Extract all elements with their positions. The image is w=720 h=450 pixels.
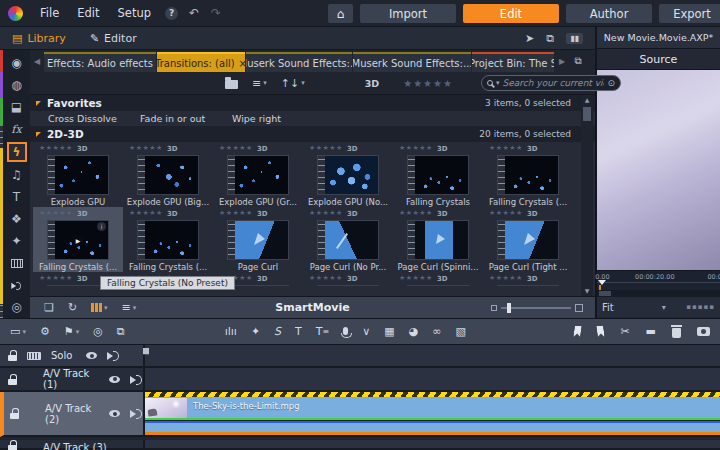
razor-split-icon[interactable]: ✂ bbox=[620, 325, 629, 338]
rating-stars[interactable]: ★★★★★ bbox=[129, 209, 163, 218]
tab-library[interactable]: ▤ Library bbox=[0, 27, 78, 49]
track-content-1[interactable] bbox=[145, 368, 720, 392]
thumbnail-zoom-slider[interactable] bbox=[491, 304, 583, 312]
thumbnail-view-icon[interactable]: ▾ bbox=[91, 303, 108, 312]
scroll-up-icon[interactable]: ▲ bbox=[581, 95, 593, 105]
rating-stars[interactable]: ★★★★★ bbox=[399, 209, 433, 218]
section-favorites[interactable]: Favorites 3 items, 0 selected bbox=[30, 95, 595, 111]
home-button[interactable]: ⌂ bbox=[328, 4, 353, 23]
tab-project-bin[interactable]: Project Bin: The S bbox=[472, 52, 554, 72]
chevron-down-icon[interactable]: ▾ bbox=[662, 303, 666, 312]
keyframe-icon[interactable]: ∨ bbox=[362, 325, 370, 338]
transition-item[interactable]: ★★★★★3D Page Curl bbox=[213, 207, 303, 272]
tab-editor[interactable]: ✎ Editor bbox=[78, 27, 149, 49]
popout-icon[interactable]: ⧉ bbox=[117, 325, 125, 338]
favorite-item[interactable]: Cross Dissolve bbox=[30, 113, 122, 124]
slider-knob[interactable] bbox=[507, 303, 511, 313]
track-header-1[interactable]: A/V Track (1) bbox=[0, 368, 145, 392]
tabs-scroll-left-icon[interactable]: ◀ bbox=[30, 50, 44, 72]
3d-filter-button[interactable]: 3D bbox=[365, 78, 380, 89]
rating-stars[interactable]: ★★★★★ bbox=[219, 209, 253, 218]
track-content-solo[interactable] bbox=[145, 345, 720, 368]
eye-visibility-icon[interactable] bbox=[109, 376, 120, 383]
list-view-icon[interactable]: ≡▾ bbox=[122, 301, 137, 314]
search-input[interactable] bbox=[503, 78, 605, 88]
transition-item[interactable]: ★★★★★3D bbox=[393, 272, 483, 286]
projects-icon[interactable]: ⬓ bbox=[7, 98, 27, 116]
transitions-icon[interactable]: ϟ bbox=[7, 142, 27, 162]
scrub-icon[interactable]: S bbox=[274, 325, 281, 338]
sound-effects-icon[interactable] bbox=[7, 276, 27, 294]
tab-effects-audio[interactable]: Effects: Audio effects bbox=[44, 52, 156, 72]
music-icon[interactable]: ♫ bbox=[7, 166, 27, 184]
preview-scrollbar[interactable] bbox=[597, 290, 720, 297]
rating-stars[interactable]: ★★★★★ bbox=[489, 209, 523, 218]
tab-close-icon[interactable] bbox=[235, 58, 245, 69]
search-clear-icon[interactable]: ⊙ bbox=[607, 78, 615, 88]
tab-muserk-1[interactable]: Muserk Sound Effects:... bbox=[246, 52, 352, 72]
tabs-scroll-right-icon[interactable]: ▶ bbox=[555, 50, 569, 72]
new-tab-icon[interactable]: ⧉ bbox=[569, 50, 587, 72]
mark-out-flag-icon[interactable] bbox=[597, 326, 606, 337]
scroll-down-icon[interactable]: ▼ bbox=[581, 286, 593, 296]
settings-gear-icon[interactable]: ⚙ bbox=[40, 325, 50, 338]
transition-item[interactable]: ★★★★★3D Page Curl (Spinni... bbox=[393, 207, 483, 272]
audio-mixer-icon[interactable]: ılıı bbox=[225, 325, 237, 338]
project-tab[interactable]: New Movie.Movie.AXP* bbox=[597, 27, 720, 49]
track-header-3[interactable]: A/V Track (3) bbox=[0, 440, 145, 450]
edit-mode-button[interactable]: Edit bbox=[463, 4, 559, 23]
collapse-triangle-icon[interactable] bbox=[36, 132, 41, 137]
zoom-in-icon[interactable] bbox=[575, 304, 583, 312]
transition-item[interactable]: ★★★★★3D Page Curl (Tight ... bbox=[483, 207, 573, 272]
info-icon[interactable]: i bbox=[97, 222, 106, 231]
rating-stars[interactable]: ★★★★★ bbox=[219, 144, 253, 153]
rating-stars[interactable]: ★★★★★ bbox=[489, 144, 523, 153]
rating-stars[interactable]: ★★★★★ bbox=[39, 274, 73, 283]
themes-icon[interactable]: ✦ bbox=[7, 232, 27, 250]
section-2d-3d[interactable]: 2D-3D 20 items, 0 selected bbox=[30, 126, 595, 142]
menu-edit[interactable]: Edit bbox=[68, 6, 108, 20]
eye-visibility-icon[interactable] bbox=[86, 352, 97, 359]
effects-icon[interactable]: fx bbox=[7, 120, 27, 138]
trash-icon[interactable] bbox=[672, 328, 681, 338]
title-tool-icon[interactable]: T bbox=[295, 325, 302, 338]
fit-dropdown[interactable]: Fit bbox=[602, 302, 614, 313]
transition-item[interactable]: ★★★★★3D Falling Crystals (... bbox=[483, 142, 573, 207]
import-button[interactable]: Import bbox=[360, 4, 456, 23]
sort-icon[interactable]: ↑↓▾ bbox=[281, 77, 305, 90]
transition-item[interactable]: ★★★★★3D Explode GPU (Big... bbox=[123, 142, 213, 207]
help-icon[interactable]: ? bbox=[165, 7, 178, 20]
rating-stars[interactable]: ★★★★★ bbox=[309, 209, 343, 218]
export-button[interactable]: Export bbox=[659, 4, 720, 23]
favorite-item[interactable]: Wipe right bbox=[214, 113, 306, 124]
mark-in-flag-icon[interactable] bbox=[574, 326, 583, 337]
track-header-2[interactable]: A/V Track (2) bbox=[0, 392, 145, 437]
tab-transitions[interactable]: Transitions: (all) bbox=[157, 52, 245, 72]
slider-track[interactable] bbox=[501, 307, 571, 309]
app-logo-icon[interactable] bbox=[8, 6, 23, 21]
scrollbar-thumb[interactable] bbox=[583, 107, 591, 121]
snapshot-camera-icon[interactable] bbox=[697, 327, 710, 336]
rating-stars[interactable]: ★★★★★ bbox=[39, 209, 73, 218]
monitor-view-icon[interactable]: ▭▾ bbox=[10, 325, 26, 338]
refresh-icon[interactable]: ↻ bbox=[68, 301, 77, 314]
disc-icon[interactable]: ◕ bbox=[409, 325, 419, 338]
rating-stars[interactable]: ★★★★★ bbox=[309, 274, 343, 283]
clip-audio-band[interactable] bbox=[145, 423, 720, 432]
lock-icon[interactable] bbox=[8, 379, 17, 385]
search-icon[interactable] bbox=[487, 80, 493, 86]
track-content-2[interactable]: The-Sky-is-the-Limit.mpg bbox=[145, 392, 720, 437]
voiceover-mic-icon[interactable] bbox=[343, 329, 348, 335]
copy-icon[interactable]: ❏ bbox=[44, 301, 54, 314]
transition-item[interactable]: ★★★★★3D bbox=[483, 272, 573, 286]
search-options-chevron-icon[interactable]: ▾ bbox=[496, 79, 500, 87]
lock-icon[interactable] bbox=[10, 413, 19, 419]
rating-stars[interactable]: ★★★★★ bbox=[399, 274, 433, 283]
link-icon[interactable]: ∞ bbox=[432, 325, 441, 338]
audio-ducking-icon[interactable]: ✦ bbox=[251, 325, 260, 338]
scorefitter-icon[interactable] bbox=[7, 254, 27, 272]
target-icon[interactable]: ◎ bbox=[93, 325, 103, 338]
rating-stars[interactable]: ★★★★★ bbox=[39, 144, 73, 153]
zoom-steps[interactable]: ▪▪▪▪▪ bbox=[686, 303, 715, 311]
transition-item-selected[interactable]: ★★★★★3D ▶ i Falling Crystals (... bbox=[33, 207, 123, 272]
